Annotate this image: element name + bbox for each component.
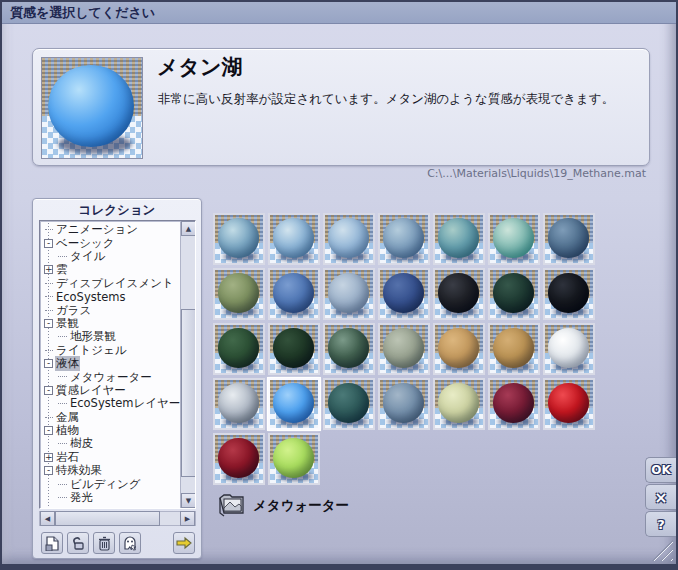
material-sphere [383,383,424,422]
tree-item[interactable]: ディスプレイスメント [42,277,180,290]
tree-item[interactable]: +岩石 [42,451,180,464]
collapse-icon[interactable]: - [44,319,53,328]
tree-guide-line [58,256,67,257]
tree-item[interactable]: EcoSystemレイヤー [42,397,180,410]
tree-item[interactable]: 発光 [42,491,180,504]
material-thumbnail[interactable] [488,323,540,375]
tree-item[interactable]: ガラス [42,303,180,316]
tree-item-label: EcoSystemレイヤー [69,396,180,411]
vertical-scroll-thumb[interactable] [181,309,196,477]
material-grid [213,213,601,485]
subcollection-link[interactable]: メタウォーター [218,494,349,517]
collapse-icon[interactable]: - [44,359,53,368]
material-thumbnail[interactable] [268,213,320,265]
close-button[interactable]: × [645,484,676,510]
collapse-icon[interactable]: - [44,239,53,248]
tree-item[interactable]: EcoSystems [42,290,180,303]
new-collection-icon [45,536,60,551]
material-sphere [438,328,479,367]
unlock-button[interactable] [67,532,89,554]
material-thumbnail[interactable] [323,378,375,430]
material-thumbnail[interactable] [323,323,375,375]
material-thumbnail[interactable] [433,213,485,265]
subcollection-label: メタウォーター [253,497,349,515]
material-thumbnail[interactable] [323,268,375,320]
material-thumbnail[interactable] [543,213,595,265]
material-thumbnail[interactable] [488,213,540,265]
material-name: メタン湖 [157,53,242,81]
material-thumbnail[interactable] [433,323,485,375]
material-thumbnail[interactable] [543,323,595,375]
collapse-icon[interactable]: - [44,426,53,435]
ok-button[interactable]: OK [645,457,676,483]
forward-button[interactable] [173,532,195,554]
material-thumbnail[interactable] [378,323,430,375]
tree-guide-line [45,350,53,351]
material-thumbnail[interactable] [378,378,430,430]
tree-guide-line [58,336,67,337]
tree-item[interactable]: ビルディング [42,477,180,490]
delete-button[interactable] [93,532,115,554]
tree-item[interactable]: ライトジェル [42,344,180,357]
material-thumbnail[interactable] [488,378,540,430]
material-thumbnail[interactable] [378,213,430,265]
material-thumbnail[interactable] [213,268,265,320]
material-thumbnail-selected[interactable] [268,378,320,430]
material-thumbnail[interactable] [213,323,265,375]
expand-icon[interactable]: + [44,265,53,274]
collapse-icon[interactable]: - [44,386,53,395]
tree-item[interactable]: -ベーシック [42,236,180,249]
material-thumbnail[interactable] [268,323,320,375]
tree-item[interactable]: -植物 [42,424,180,437]
material-thumbnail[interactable] [213,433,265,485]
tree-guide-line [58,376,67,377]
material-thumbnail[interactable] [268,268,320,320]
material-thumbnail[interactable] [433,378,485,430]
material-sphere [493,273,534,312]
material-thumbnail[interactable] [433,268,485,320]
material-thumbnail[interactable] [323,213,375,265]
horizontal-scroll-thumb[interactable] [55,511,160,526]
tree-item[interactable]: +雲 [42,263,180,276]
collapse-icon[interactable]: - [44,466,53,475]
material-thumbnail[interactable] [268,433,320,485]
material-sphere [438,383,479,422]
material-sphere [273,273,314,312]
scroll-up-icon[interactable]: ▲ [181,221,196,236]
expand-icon[interactable]: + [44,453,53,462]
tree-item[interactable]: タイル [42,250,180,263]
help-button[interactable]: ? [645,511,676,537]
tree-item[interactable]: -質感レイヤー [42,384,180,397]
tree-guide-line [45,229,53,230]
scroll-down-icon[interactable]: ▼ [181,493,196,508]
new-collection-button[interactable] [41,532,63,554]
material-thumbnail[interactable] [488,268,540,320]
material-thumbnail[interactable] [378,268,430,320]
material-sphere [218,328,259,367]
tree-item[interactable]: -景観 [42,317,180,330]
tree-item[interactable]: -液体 [42,357,180,370]
vertical-scrollbar[interactable]: ▲ ▼ [180,221,195,508]
material-sphere [438,218,479,257]
scroll-left-icon[interactable]: ◀ [40,511,55,526]
trash-icon [97,536,112,551]
resize-grip[interactable] [651,539,673,561]
material-thumbnail[interactable] [213,213,265,265]
material-thumbnail[interactable] [543,378,595,430]
tree-item[interactable]: アニメーション [42,223,180,236]
ghost-pick-button[interactable] [119,532,141,554]
material-sphere [548,218,589,257]
material-thumbnail[interactable] [213,378,265,430]
tree-item[interactable]: -特殊効果 [42,464,180,477]
tree-item[interactable]: 樹皮 [42,437,180,450]
collection-toolbar [39,532,197,556]
material-preview-panel: メタン湖 非常に高い反射率が設定されています。メタン湖のような質感が表現できます… [32,48,650,166]
material-sphere [218,438,259,477]
material-thumbnail[interactable] [543,268,595,320]
scroll-right-icon[interactable]: ▶ [180,511,195,526]
tree-item[interactable]: メタウォーター [42,370,180,383]
tree-item[interactable]: 地形景観 [42,330,180,343]
horizontal-scrollbar[interactable]: ◀ ▶ [39,511,196,526]
tree-item[interactable]: 金属 [42,410,180,423]
material-sphere [328,383,369,422]
